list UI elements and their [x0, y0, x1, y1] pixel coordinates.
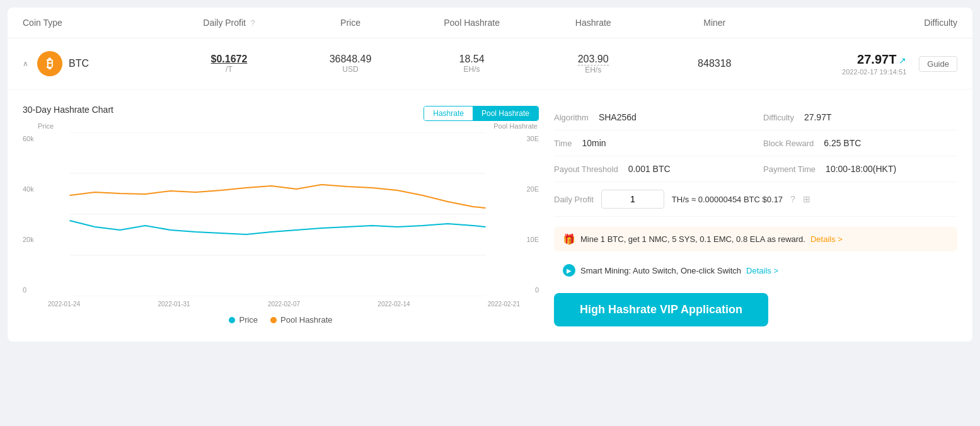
- reward-details-link[interactable]: Details >: [810, 234, 843, 244]
- chart-svg: [42, 132, 514, 296]
- y-left-label-2: 20k: [23, 236, 34, 243]
- difficulty-arrow-icon: ↗: [899, 55, 906, 66]
- coin-name: BTC: [69, 58, 89, 69]
- col-header-miner: Miner: [654, 18, 775, 28]
- help-icon[interactable]: ?: [251, 19, 255, 28]
- difficulty-value: 27.97T: [857, 52, 896, 66]
- legend-price-label: Price: [239, 315, 258, 325]
- smart-mining-details-link[interactable]: Details >: [746, 266, 778, 275]
- y-left-label-3: 0: [23, 286, 34, 294]
- price-col: 36848.49 USD: [290, 54, 412, 74]
- difficulty-col: 27.97T ↗ 2022-02-17 19:14:51 Guide: [775, 52, 957, 76]
- col-header-coin-type: Coin Type: [23, 18, 168, 28]
- daily-profit-value: $0.1672: [168, 54, 290, 65]
- table-header: Coin Type Daily Profit ? Price Pool Hash…: [8, 8, 972, 38]
- daily-profit-unit: /T: [168, 65, 290, 74]
- algorithm-label: Algorithm: [554, 113, 589, 122]
- chart-toggles: Hashrate Pool Hashrate: [424, 106, 539, 121]
- hashrate-col: 203.90 EH/s: [533, 54, 654, 74]
- gift-icon: 🎁: [563, 233, 575, 245]
- col-header-pool-hashrate: Pool Hashrate: [411, 18, 533, 28]
- miner-col: 848318: [654, 58, 775, 69]
- y-left-label-0: 60k: [23, 135, 34, 142]
- col-header-hashrate: Hashrate: [533, 18, 654, 28]
- daily-profit-col: $0.1672 /T: [168, 54, 290, 74]
- block-reward-label: Block Reward: [763, 139, 814, 148]
- algorithm-value: SHA256d: [599, 112, 637, 122]
- x-label-0: 2022-01-24: [48, 301, 80, 308]
- btc-row: ∧ ₿ BTC $0.1672 /T 36848.49 USD 18.54 EH…: [8, 38, 972, 89]
- pool-hashrate-value: 18.54: [411, 54, 533, 65]
- payout-value: 0.001 BTC: [628, 164, 671, 174]
- x-label-2: 2022-02-07: [268, 301, 300, 308]
- daily-profit-result: TH/s ≈ 0.00000454 BTC $0.17: [672, 195, 783, 204]
- btc-icon: ₿: [37, 51, 62, 76]
- time-value: 10min: [582, 138, 606, 148]
- hashrate-value: 203.90: [578, 54, 609, 64]
- smart-mining-banner: ▶ Smart Mining: Auto Switch, One-click S…: [554, 258, 957, 283]
- info-difficulty-value: 27.97T: [804, 112, 832, 122]
- hashrate-unit: EH/s: [533, 66, 654, 74]
- chart-title: 30-Day Hashrate Chart: [23, 105, 113, 115]
- y-left-label-1: 40k: [23, 185, 34, 193]
- chart-legend: Price Pool Hashrate: [23, 315, 539, 325]
- legend-pool-item: Pool Hashrate: [270, 315, 332, 325]
- pool-hashrate-col: 18.54 EH/s: [411, 54, 533, 74]
- col-header-daily-profit: Daily Profit ?: [168, 18, 290, 28]
- payment-time-label: Payment Time: [763, 164, 816, 174]
- difficulty-time: 2022-02-17 19:14:51: [842, 68, 906, 76]
- smart-mining-icon: ▶: [563, 264, 575, 277]
- x-label-1: 2022-01-31: [158, 301, 190, 308]
- x-label-3: 2022-02-14: [378, 301, 410, 308]
- legend-price-dot: [229, 317, 235, 323]
- miner-value: 848318: [654, 58, 775, 69]
- question-icon[interactable]: ?: [790, 194, 795, 204]
- x-label-4: 2022-02-21: [488, 301, 520, 308]
- smart-mining-text: Smart Mining: Auto Switch, One-click Swi…: [580, 266, 741, 275]
- toggle-hashrate-button[interactable]: Hashrate: [424, 106, 473, 120]
- daily-profit-header-label: Daily Profit: [203, 18, 246, 28]
- pool-hashrate-unit: EH/s: [411, 65, 533, 74]
- col-header-difficulty: Difficulty: [775, 18, 957, 28]
- reward-banner: 🎁 Mine 1 BTC, get 1 NMC, 5 SYS, 0.1 EMC,…: [554, 227, 957, 251]
- y-right-label-0: 30E: [526, 135, 539, 142]
- y-left-title: Price: [38, 122, 54, 130]
- x-axis-labels: 2022-01-24 2022-01-31 2022-02-07 2022-02…: [23, 298, 539, 308]
- toggle-pool-hashrate-button[interactable]: Pool Hashrate: [473, 106, 538, 120]
- legend-pool-label: Pool Hashrate: [280, 315, 332, 325]
- price-value: 36848.49: [290, 54, 412, 65]
- y-right-title: Pool Hashrate: [493, 122, 538, 130]
- row-collapse-icon[interactable]: ∧: [23, 59, 28, 68]
- reward-text: Mine 1 BTC, get 1 NMC, 5 SYS, 0.1 EMC, 0…: [580, 234, 805, 244]
- info-area: Algorithm SHA256d Difficulty 27.97T Time…: [554, 105, 957, 326]
- block-reward-value: 6.25 BTC: [824, 138, 861, 148]
- guide-button[interactable]: Guide: [919, 56, 957, 72]
- payout-label: Payout Threshold: [554, 164, 618, 174]
- daily-profit-input[interactable]: [601, 190, 664, 209]
- y-right-label-2: 10E: [526, 236, 539, 243]
- info-difficulty-label: Difficulty: [763, 113, 794, 122]
- calculator-icon[interactable]: ⊞: [803, 194, 810, 204]
- chart-area: 30-Day Hashrate Chart Hashrate Pool Hash…: [23, 105, 539, 326]
- price-currency: USD: [290, 65, 412, 74]
- payment-time-value: 10:00-18:00(HKT): [826, 164, 896, 174]
- vip-application-button[interactable]: High Hashrate VIP Application: [554, 293, 768, 326]
- time-label: Time: [554, 139, 572, 148]
- col-header-price: Price: [290, 18, 412, 28]
- legend-pool-dot: [270, 317, 277, 323]
- info-daily-profit-label: Daily Profit: [554, 195, 594, 204]
- y-right-label-1: 20E: [526, 185, 539, 193]
- legend-price-item: Price: [229, 315, 258, 325]
- coin-type-col: ∧ ₿ BTC: [23, 51, 168, 76]
- y-right-label-3: 0: [526, 286, 539, 294]
